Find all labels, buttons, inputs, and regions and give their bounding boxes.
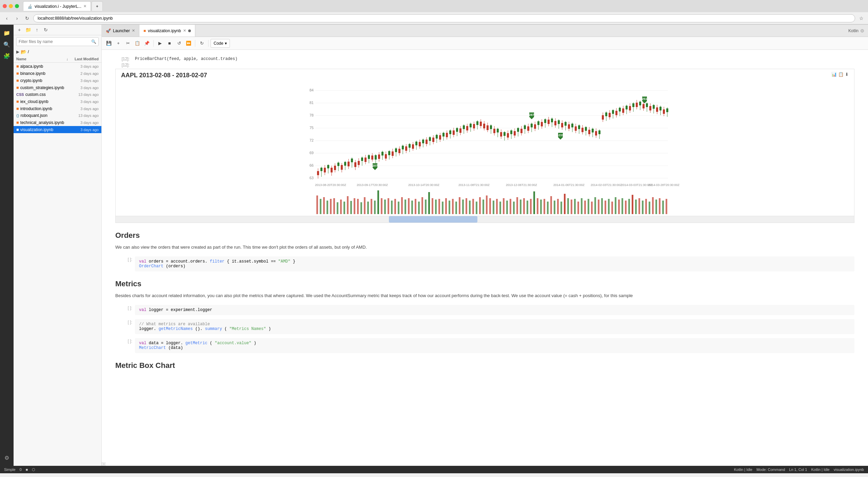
chart-download-icon[interactable]: ⬇: [845, 72, 849, 77]
file-item[interactable]: ■ technical_analysis.ipynb 3 days ago: [14, 119, 101, 126]
chart-tool-icon[interactable]: 📊: [831, 72, 837, 77]
file-item[interactable]: ■ custom_strategies.ipynb 3 days ago: [14, 84, 101, 91]
refresh-button[interactable]: ↻: [197, 39, 206, 48]
browser-tab-close-icon[interactable]: ✕: [83, 4, 86, 8]
file-item[interactable]: CSS custom.css 13 days ago: [14, 91, 101, 98]
address-bar[interactable]: [33, 14, 855, 22]
css-icon: CSS: [16, 92, 24, 97]
svg-rect-133: [514, 131, 516, 136]
activity-bar: 📁 🔍 🧩 ⚙: [0, 25, 14, 466]
svg-rect-183: [598, 130, 600, 134]
svg-rect-193: [615, 111, 617, 115]
activity-settings-icon[interactable]: ⚙: [1, 452, 12, 463]
svg-rect-295: [513, 202, 515, 214]
launcher-tab-close[interactable]: ✕: [132, 28, 135, 33]
svg-rect-271: [432, 198, 433, 214]
candlestick-chart: 84 81 78 75 72 69 66 63: [116, 80, 854, 189]
minimize-button[interactable]: [9, 4, 13, 8]
svg-rect-275: [445, 198, 447, 214]
data-code-block[interactable]: val data = logger. getMetric ( "account.…: [135, 338, 854, 353]
svg-rect-310: [564, 194, 566, 214]
code-orders-text: orders = account.orders.: [149, 259, 208, 264]
svg-rect-181: [595, 131, 597, 136]
activity-extensions-icon[interactable]: 🧩: [1, 50, 12, 61]
maximize-button[interactable]: [15, 4, 19, 8]
col-modified-header[interactable]: Last Modified: [68, 57, 99, 61]
close-button[interactable]: [3, 4, 7, 8]
activity-search-icon[interactable]: 🔍: [1, 39, 12, 50]
add-cell-button[interactable]: +: [114, 39, 123, 48]
svg-rect-37: [351, 159, 353, 162]
svg-rect-113: [480, 122, 482, 126]
refresh-button[interactable]: ↻: [42, 26, 50, 34]
status-simple: Simple: [4, 468, 16, 472]
toolbar-sep-3: [208, 40, 209, 47]
file-item-active[interactable]: ■ visualization.ipynb 3 days ago: [14, 126, 101, 133]
browser-tab-new[interactable]: +: [92, 1, 103, 11]
chart-scrollbar[interactable]: [116, 216, 854, 223]
forward-button[interactable]: ›: [13, 14, 21, 22]
col-name-header[interactable]: Name: [16, 57, 66, 61]
chart-title-area: AAPL 2013-02-08 - 2018-02-07 📊 📋 ⬇: [116, 69, 854, 80]
orders-code-block[interactable]: val orders = account.orders. filter { it…: [135, 256, 854, 271]
cut-cell-button[interactable]: ✂: [123, 39, 132, 48]
browser-toolbar: ‹ › ↻ ☆: [0, 12, 868, 24]
kernel-select[interactable]: Code ▾: [211, 39, 230, 48]
svg-rect-135: [517, 128, 519, 132]
save-button[interactable]: 💾: [104, 39, 113, 48]
browser-tab-active[interactable]: 🔬 visualization.i - JupyterL... ✕: [23, 1, 91, 11]
svg-rect-187: [605, 112, 607, 116]
orders-heading: Orders: [115, 231, 854, 240]
svg-rect-283: [472, 199, 474, 214]
svg-rect-61: [392, 151, 394, 156]
svg-rect-145: [534, 124, 536, 129]
folder-item[interactable]: ▶ 📂 /: [14, 48, 101, 56]
activity-files-icon[interactable]: 📁: [1, 27, 12, 38]
file-item[interactable]: ■ crypto.ipynb 3 days ago: [14, 77, 101, 84]
svg-rect-251: [364, 197, 366, 214]
svg-rect-321: [601, 198, 603, 214]
svg-rect-211: [646, 103, 648, 107]
run-cell-button[interactable]: ▶: [156, 39, 164, 48]
upload-button[interactable]: ↑: [33, 26, 41, 34]
svg-rect-278: [455, 202, 457, 214]
file-item[interactable]: ■ alpaca.ipynb 3 days ago: [14, 63, 101, 70]
svg-text:2013-09-17T20:30:00Z: 2013-09-17T20:30:00Z: [357, 183, 388, 187]
tab-notebook[interactable]: ■ visualization.ipynb ✕: [139, 25, 195, 37]
copy-cell-button[interactable]: 📋: [133, 39, 142, 48]
new-folder-button[interactable]: 📁: [24, 26, 32, 34]
notebook-changed-dot: [188, 29, 191, 32]
new-tab-icon: +: [96, 4, 98, 9]
svg-rect-165: [568, 124, 570, 129]
svg-rect-288: [489, 198, 491, 214]
right-panel-toggle[interactable]: ›: [102, 462, 106, 466]
svg-rect-285: [479, 197, 481, 214]
fn-summary: summary: [205, 327, 222, 331]
status-cursor: Ln 1, Col 1: [789, 468, 807, 472]
file-item[interactable]: {} roboquant.json 13 days ago: [14, 112, 101, 119]
back-button[interactable]: ‹: [3, 14, 11, 22]
logger-code-block[interactable]: val logger = experiment.logger: [135, 305, 854, 315]
notebook-content[interactable]: [12]: PriceBarChart(feed, apple, account…: [102, 50, 868, 462]
ipynb-icon: ■: [16, 99, 19, 104]
new-file-button[interactable]: +: [16, 26, 23, 34]
file-item[interactable]: ■ introduction.ipynb 3 days ago: [14, 105, 101, 112]
svg-rect-335: [649, 202, 650, 214]
metrics-code-block[interactable]: // What metrics are available logger. ge…: [135, 319, 854, 334]
file-item[interactable]: ■ iex_cloud.ipynb 3 days ago: [14, 98, 101, 105]
tab-launcher[interactable]: 🚀 Launcher ✕: [102, 25, 139, 37]
chart-copy-icon[interactable]: 📋: [838, 72, 844, 77]
svg-rect-47: [368, 155, 370, 159]
bookmark-icon[interactable]: ☆: [857, 14, 865, 22]
stop-kernel-button[interactable]: ■: [165, 39, 174, 48]
reload-button[interactable]: ↻: [23, 14, 31, 22]
restart-run-button[interactable]: ⏩: [184, 39, 193, 48]
svg-rect-41: [358, 161, 360, 165]
file-item[interactable]: ■ binance.ipynb 2 days ago: [14, 70, 101, 77]
restart-kernel-button[interactable]: ↺: [175, 39, 183, 48]
svg-rect-297: [520, 200, 521, 214]
paste-cell-button[interactable]: 📌: [142, 39, 151, 48]
chart-scrollbar-thumb[interactable]: [389, 216, 477, 223]
notebook-tab-close[interactable]: ✕: [183, 28, 186, 33]
file-search-input[interactable]: [19, 39, 91, 44]
